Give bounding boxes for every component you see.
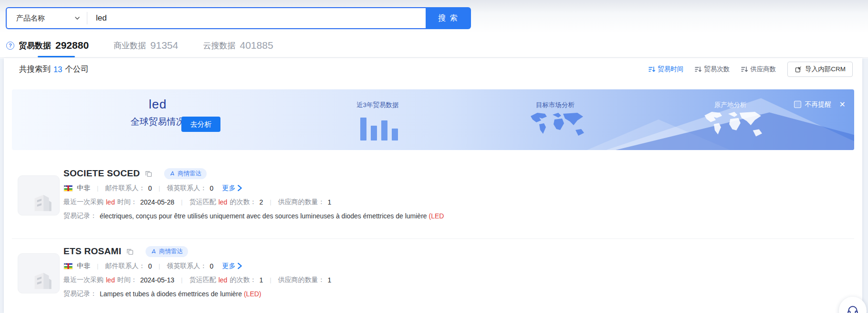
page-body: 共搜索到 13 个公司 贸易时间 贸易次数 供应商数 (0, 58, 868, 313)
divider: | (181, 198, 182, 205)
radar-badge-label: 商情雷达 (159, 248, 183, 256)
record-highlight: (LED) (244, 290, 261, 298)
results-suffix: 个公司 (65, 64, 89, 75)
divider: | (181, 276, 182, 283)
search-input[interactable] (87, 8, 426, 28)
results-count: 13 (53, 65, 62, 74)
tab-label: 贸易数据 (19, 40, 51, 51)
country-name: 中非 (77, 184, 90, 193)
tab-cloud-search-data[interactable]: 云搜数据 401885 (203, 33, 273, 57)
sort-desc-icon (695, 66, 701, 73)
email-contacts-label: 邮件联系人： (105, 262, 145, 270)
import-icon (795, 66, 802, 73)
data-source-tabs: ? 贸易数据 292880 商业数据 91354 云搜数据 401885 (0, 33, 868, 58)
company-card: ETS ROSAMI 商情雷达 中非 | 邮件联系人： 0 | 领英联系人： 0 (12, 239, 854, 313)
results-prefix: 共搜索到 (19, 64, 51, 75)
more-link[interactable]: 更多 (222, 184, 242, 193)
import-crm-button[interactable]: 导入内部CRM (787, 62, 853, 77)
sort-desc-icon (648, 66, 655, 73)
results-summary: 共搜索到 13 个公司 (19, 64, 89, 75)
sort-trade-count[interactable]: 贸易次数 (695, 65, 730, 74)
mini-bar-chart (360, 117, 398, 140)
tab-count: 401885 (240, 40, 273, 51)
search-category-select[interactable]: 产品名称 (7, 8, 87, 28)
record-highlight: (LED (429, 212, 444, 220)
company-name[interactable]: ETS ROSAMI (63, 246, 121, 257)
flag-central-african-republic-icon (63, 185, 73, 192)
company-name[interactable]: SOCIETE SOCED (63, 168, 140, 179)
feature-market-label: 目标市场分析 (536, 101, 575, 109)
tab-business-data[interactable]: 商业数据 91354 (114, 33, 178, 57)
record-label: 贸易记录： (63, 290, 97, 298)
divider: | (97, 184, 98, 192)
supplier-label: 供应商的数量： (278, 276, 325, 284)
analysis-promo-banner: led 全球贸易情况 去分析 近3年贸易数据 目标市场分析 原产地分析 (12, 89, 854, 150)
headset-icon (847, 304, 859, 313)
bar (392, 129, 398, 140)
radar-badge[interactable]: 商情雷达 (164, 168, 207, 179)
more-link[interactable]: 更多 (222, 262, 242, 270)
more-label: 更多 (222, 184, 235, 193)
purchase-prefix: 最近一次采购 (63, 198, 104, 206)
results-header: 共搜索到 13 个公司 贸易时间 贸易次数 供应商数 (4, 58, 862, 80)
freight-suffix: 的次数： (230, 198, 256, 206)
search-button[interactable]: 搜 索 (426, 7, 471, 29)
keyword-highlight: led (106, 198, 115, 206)
keyword-highlight: led (106, 276, 115, 284)
building-icon (27, 184, 56, 214)
search-category-label: 产品名称 (16, 14, 74, 23)
chevron-right-icon (237, 263, 242, 269)
linkedin-contacts-label: 领英联系人： (167, 262, 207, 270)
copy-icon[interactable] (145, 170, 153, 178)
freight-count: 2 (259, 198, 263, 206)
feature-trade-label: 近3年贸易数据 (356, 101, 399, 109)
sort-trade-time[interactable]: 贸易时间 (648, 65, 683, 74)
radar-badge[interactable]: 商情雷达 (146, 246, 188, 257)
linkedin-contacts-value: 0 (210, 184, 214, 192)
freight-prefix: 货运匹配 (189, 198, 216, 206)
close-icon[interactable]: ✕ (839, 100, 846, 109)
copy-icon[interactable] (126, 248, 134, 256)
country-name: 中非 (77, 262, 90, 270)
sort-label: 贸易时间 (658, 65, 683, 74)
results-panel: 共搜索到 13 个公司 贸易时间 贸易次数 供应商数 (4, 58, 862, 313)
purchase-date: 2024-05-28 (140, 198, 175, 206)
email-contacts-label: 邮件联系人： (105, 184, 145, 193)
more-label: 更多 (222, 262, 235, 270)
top-search-bar: 产品名称 搜 索 (0, 0, 868, 33)
bar (360, 118, 366, 140)
purchase-date: 2024-05-13 (140, 276, 175, 284)
divider: | (158, 262, 160, 270)
radar-icon (151, 248, 157, 254)
sort-label: 供应商数 (750, 65, 776, 74)
keyword-highlight: led (219, 276, 228, 284)
building-icon (27, 262, 56, 292)
sort-label: 贸易次数 (704, 65, 730, 74)
analyze-button[interactable]: 去分析 (181, 117, 220, 132)
linkedin-contacts-label: 领英联系人： (167, 184, 207, 193)
world-map-icon (701, 108, 768, 143)
tab-trade-data[interactable]: ? 贸易数据 292880 (6, 33, 89, 57)
supplier-label: 供应商的数量： (278, 198, 325, 206)
record-text: Lampes et tubes à diodes émettrices de l… (100, 290, 244, 298)
divider: | (270, 276, 271, 283)
banner-keyword: led (121, 97, 195, 112)
divider: | (158, 184, 160, 192)
bar (381, 120, 387, 140)
dismiss-checkbox[interactable] (794, 101, 801, 108)
tab-count: 292880 (55, 40, 89, 51)
linkedin-contacts-value: 0 (210, 262, 214, 270)
chevron-right-icon (237, 185, 242, 191)
purchase-suffix: 时间： (117, 276, 137, 284)
email-contacts-value: 0 (148, 262, 152, 270)
divider: | (97, 262, 98, 270)
freight-prefix: 货运匹配 (189, 276, 216, 284)
tab-count: 91354 (150, 40, 178, 51)
flag-central-african-republic-icon (63, 263, 73, 270)
company-logo-placeholder (18, 253, 60, 293)
tab-label: 云搜数据 (203, 40, 235, 51)
help-icon[interactable]: ? (6, 42, 14, 50)
radar-icon (169, 171, 175, 176)
sort-supplier-count[interactable]: 供应商数 (741, 65, 776, 74)
record-label: 贸易记录： (63, 212, 97, 220)
